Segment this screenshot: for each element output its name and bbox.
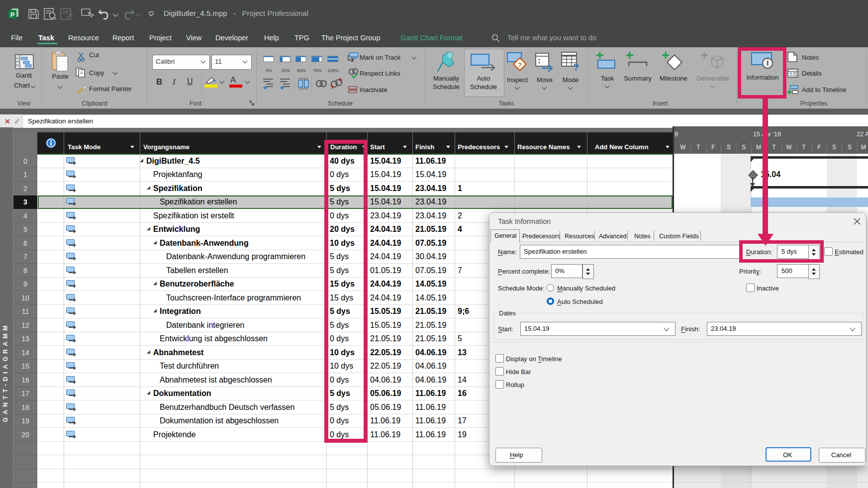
svg-text:?: ?: [573, 62, 579, 72]
svg-text:P: P: [10, 11, 15, 18]
svg-text:?: ?: [518, 61, 522, 69]
